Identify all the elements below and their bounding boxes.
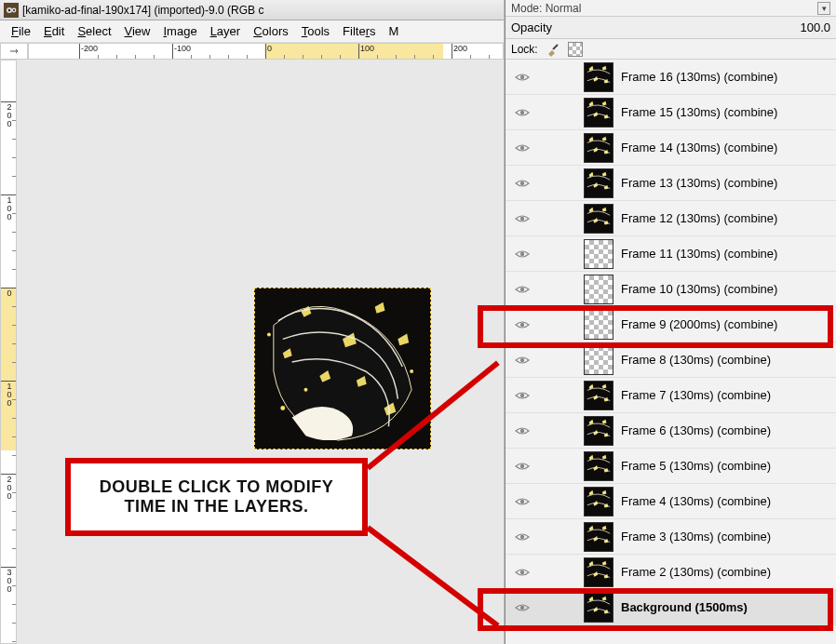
visibility-eye-icon[interactable]	[509, 567, 535, 578]
layer-row[interactable]: Frame 15 (130ms) (combine)	[506, 95, 836, 130]
layer-thumbnail	[584, 557, 614, 587]
layer-row[interactable]: Frame 12 (130ms) (combine)	[506, 201, 836, 236]
menu-tools[interactable]: Tools	[296, 22, 335, 40]
visibility-eye-icon[interactable]	[509, 284, 535, 295]
layer-name-label[interactable]: Frame 5 (130ms) (combine)	[621, 459, 832, 473]
menu-select[interactable]: Select	[72, 22, 116, 40]
svg-point-24	[520, 393, 524, 396]
layer-row[interactable]: Frame 2 (130ms) (combine)	[506, 555, 836, 590]
svg-rect-17	[585, 169, 613, 197]
layer-row[interactable]: Frame 14 (130ms) (combine)	[506, 130, 836, 166]
visibility-eye-icon[interactable]	[509, 248, 535, 260]
vertical-ruler[interactable]: 2001000100200300	[0, 60, 17, 644]
blend-mode-row: Mode: Normal ▾	[506, 0, 836, 17]
visibility-eye-icon[interactable]	[509, 107, 535, 118]
layer-thumbnail	[584, 451, 614, 481]
layer-thumbnail	[584, 204, 614, 234]
svg-rect-37	[585, 594, 613, 622]
menu-edit[interactable]: Edit	[38, 22, 70, 40]
svg-point-8	[410, 369, 413, 373]
layer-thumbnail	[584, 168, 614, 198]
layer-name-label[interactable]: Frame 9 (2000ms) (combine)	[621, 317, 832, 331]
layer-thumbnail	[584, 310, 614, 340]
layer-name-label[interactable]: Frame 8 (130ms) (combine)	[621, 353, 832, 367]
layer-row[interactable]: Background (1500ms)	[506, 590, 836, 625]
visibility-eye-icon[interactable]	[509, 319, 535, 330]
layer-thumbnail	[584, 416, 614, 446]
svg-point-28	[520, 463, 524, 467]
visibility-eye-icon[interactable]	[509, 390, 535, 401]
opacity-value[interactable]: 100.0	[800, 20, 830, 34]
svg-rect-29	[585, 452, 613, 480]
lock-alpha-icon[interactable]	[568, 42, 583, 57]
svg-point-26	[520, 428, 524, 432]
svg-point-10	[520, 74, 524, 78]
lock-pixels-icon[interactable]	[546, 42, 560, 57]
layer-thumbnail	[584, 381, 614, 410]
layer-name-label[interactable]: Frame 4 (130ms) (combine)	[621, 494, 832, 508]
layer-row[interactable]: Frame 11 (130ms) (combine)	[506, 236, 836, 272]
svg-rect-13	[585, 99, 613, 127]
canvas[interactable]	[17, 60, 504, 644]
layer-name-label[interactable]: Frame 13 (130ms) (combine)	[621, 176, 832, 190]
layer-name-label[interactable]: Frame 10 (130ms) (combine)	[621, 282, 832, 296]
menu-m-truncated[interactable]: M	[384, 22, 405, 40]
layer-name-label[interactable]: Background (1500ms)	[621, 600, 832, 614]
layer-row[interactable]: Frame 9 (2000ms) (combine)	[506, 307, 836, 342]
mode-label: Mode:	[511, 2, 542, 15]
layer-row[interactable]: Frame 7 (130ms) (combine)	[506, 378, 836, 413]
svg-rect-27	[585, 417, 613, 445]
layer-row[interactable]: Frame 8 (130ms) (combine)	[506, 342, 836, 378]
svg-point-14	[520, 145, 524, 149]
menu-image[interactable]: Image	[157, 22, 202, 40]
layers-dock: Mode: Normal ▾ Opacity 100.0 Lock: Frame…	[505, 0, 836, 644]
layer-row[interactable]: Frame 5 (130ms) (combine)	[506, 449, 836, 484]
menu-view[interactable]: View	[119, 22, 156, 40]
visibility-eye-icon[interactable]	[509, 531, 535, 543]
layers-list: Frame 16 (130ms) (combine)Frame 15 (130m…	[506, 60, 836, 644]
svg-rect-25	[585, 382, 613, 409]
visibility-eye-icon[interactable]	[509, 496, 535, 507]
visibility-eye-icon[interactable]	[509, 178, 535, 189]
ruler-origin-toggle[interactable]	[0, 43, 28, 60]
opacity-row: Opacity 100.0	[506, 17, 836, 39]
annotation-line2: TIME IN THE LAYERS.	[100, 497, 334, 517]
menu-colors[interactable]: Colors	[248, 22, 294, 40]
svg-point-34	[520, 570, 524, 573]
menubar: File Edit Select View Image Layer Colors…	[0, 20, 504, 43]
layer-name-label[interactable]: Frame 3 (130ms) (combine)	[621, 530, 832, 543]
visibility-eye-icon[interactable]	[509, 355, 535, 366]
layer-name-label[interactable]: Frame 15 (130ms) (combine)	[621, 105, 832, 119]
svg-point-12	[520, 110, 524, 114]
svg-point-22	[520, 322, 524, 326]
layer-name-label[interactable]: Frame 7 (130ms) (combine)	[621, 388, 832, 402]
menu-filters[interactable]: Filters	[337, 22, 381, 40]
layer-row[interactable]: Frame 13 (130ms) (combine)	[506, 166, 836, 201]
layer-row[interactable]: Frame 4 (130ms) (combine)	[506, 484, 836, 519]
layer-name-label[interactable]: Frame 2 (130ms) (combine)	[621, 565, 832, 579]
svg-point-36	[520, 605, 524, 609]
visibility-eye-icon[interactable]	[509, 213, 535, 224]
horizontal-ruler[interactable]: -200-1000100200	[28, 43, 504, 60]
layer-row[interactable]: Frame 3 (130ms) (combine)	[506, 519, 836, 555]
image-window: [kamiko-ad-final-190x174] (imported)-9.0…	[0, 0, 505, 644]
layer-name-label[interactable]: Frame 14 (130ms) (combine)	[621, 141, 832, 154]
visibility-eye-icon[interactable]	[509, 72, 535, 83]
visibility-eye-icon[interactable]	[509, 602, 535, 613]
layer-row[interactable]: Frame 6 (130ms) (combine)	[506, 413, 836, 449]
layer-thumbnail	[584, 522, 614, 552]
layer-name-label[interactable]: Frame 11 (130ms) (combine)	[621, 247, 832, 261]
layer-row[interactable]: Frame 10 (130ms) (combine)	[506, 272, 836, 307]
menu-file[interactable]: File	[6, 22, 36, 40]
layer-name-label[interactable]: Frame 16 (130ms) (combine)	[621, 70, 832, 84]
menu-layer[interactable]: Layer	[205, 22, 247, 40]
layer-thumbnail	[584, 345, 614, 375]
layer-name-label[interactable]: Frame 12 (130ms) (combine)	[621, 211, 832, 225]
mode-dropdown-button[interactable]: ▾	[817, 2, 830, 15]
visibility-eye-icon[interactable]	[509, 425, 535, 436]
layer-name-label[interactable]: Frame 6 (130ms) (combine)	[621, 423, 832, 437]
svg-rect-11	[585, 63, 613, 91]
visibility-eye-icon[interactable]	[509, 461, 535, 472]
layer-row[interactable]: Frame 16 (130ms) (combine)	[506, 60, 836, 95]
visibility-eye-icon[interactable]	[509, 142, 535, 154]
